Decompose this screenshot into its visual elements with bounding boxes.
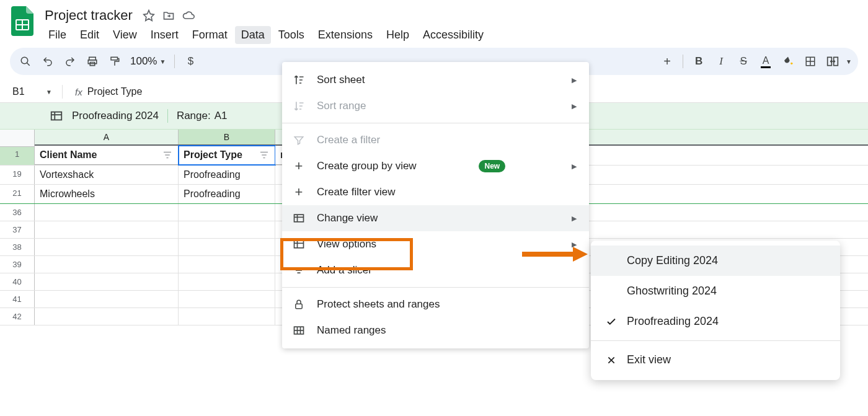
cell[interactable] <box>35 256 179 273</box>
submenu-item-proofreading[interactable]: Proofreading 2024 <box>591 306 840 325</box>
svg-rect-21 <box>294 241 304 248</box>
row-header[interactable]: 37 <box>0 221 35 238</box>
menu-data[interactable]: Data <box>235 26 271 44</box>
select-all-corner[interactable] <box>0 130 35 147</box>
cell[interactable] <box>179 256 275 273</box>
row-header[interactable]: 21 <box>0 185 35 203</box>
filter-icon <box>292 133 306 147</box>
menu-file[interactable]: File <box>42 26 73 44</box>
table-view-icon <box>50 109 63 123</box>
cell[interactable]: Microwheels <box>35 185 179 203</box>
paint-format-icon[interactable] <box>105 52 124 71</box>
fx-label: fx <box>70 87 82 97</box>
fill-color-icon[interactable] <box>779 52 797 71</box>
svg-point-3 <box>21 57 28 64</box>
range-label: Range: <box>177 110 211 122</box>
document-title[interactable]: Project tracker <box>42 6 135 25</box>
svg-rect-8 <box>111 57 118 60</box>
bold-icon[interactable]: B <box>689 52 708 71</box>
sort-asc-icon <box>292 73 306 87</box>
zoom-select[interactable]: 100%▼ <box>128 55 168 68</box>
slicer-icon <box>292 263 306 277</box>
new-badge: New <box>479 160 505 172</box>
plus-icon[interactable]: + <box>658 52 676 71</box>
merge-cells-icon[interactable] <box>823 52 842 71</box>
row-header[interactable]: 39 <box>0 256 35 273</box>
cell[interactable]: Vortexshack <box>35 166 179 184</box>
table-icon <box>292 211 306 225</box>
menu-format[interactable]: Format <box>186 26 234 44</box>
range-value[interactable]: A1 <box>215 110 228 122</box>
menu-view[interactable]: View <box>107 26 143 44</box>
menu-insert[interactable]: Insert <box>144 26 185 44</box>
cell[interactable] <box>179 204 275 221</box>
cell[interactable] <box>179 273 275 290</box>
menu-create-group-view[interactable]: + Create group by view New ▶ <box>282 153 589 179</box>
cell[interactable] <box>179 221 275 238</box>
column-header[interactable]: B <box>179 130 275 144</box>
menu-change-view[interactable]: Change view▶ <box>282 205 589 231</box>
cell[interactable] <box>35 239 179 255</box>
undo-icon[interactable] <box>38 52 57 71</box>
borders-icon[interactable] <box>801 52 820 71</box>
name-box[interactable]: B1▼ <box>10 85 55 99</box>
row-header[interactable]: 19 <box>0 166 35 184</box>
menu-tools[interactable]: Tools <box>272 26 311 44</box>
redo-icon[interactable] <box>61 52 79 71</box>
menu-edit[interactable]: Edit <box>74 26 105 44</box>
print-icon[interactable] <box>83 52 102 71</box>
cell[interactable]: Proofreading <box>179 166 275 184</box>
plus-icon: + <box>292 159 306 173</box>
grid-icon <box>292 324 306 325</box>
row-header[interactable]: 36 <box>0 204 35 221</box>
cell[interactable] <box>35 221 179 238</box>
cloud-status-icon[interactable] <box>182 9 195 22</box>
cell[interactable] <box>179 308 275 325</box>
menu-named-ranges[interactable]: Named ranges <box>282 317 589 325</box>
menu-extensions[interactable]: Extensions <box>312 26 379 44</box>
row-header[interactable]: 40 <box>0 273 35 290</box>
move-folder-icon[interactable] <box>162 9 175 22</box>
annotation-arrow <box>522 246 588 263</box>
row-header[interactable]: 1 <box>0 146 35 165</box>
row-header[interactable]: 38 <box>0 239 35 255</box>
svg-rect-27 <box>296 304 303 309</box>
cell[interactable] <box>35 291 179 308</box>
check-icon <box>604 316 618 326</box>
strikethrough-icon[interactable]: S <box>734 52 753 71</box>
svg-rect-18 <box>294 215 304 222</box>
svg-line-4 <box>27 63 30 66</box>
cell[interactable]: Proofreading <box>179 185 275 203</box>
currency-button[interactable]: $ <box>181 52 200 71</box>
cell[interactable] <box>35 204 179 221</box>
text-color-icon[interactable]: A <box>756 52 775 71</box>
view-name[interactable]: Proofreading 2024 <box>72 110 159 122</box>
menu-accessibility[interactable]: Accessibility <box>417 26 490 44</box>
change-view-submenu: Copy Editing 2024 Ghostwriting 2024 Proo… <box>591 241 840 325</box>
cell[interactable] <box>35 308 179 325</box>
cell[interactable] <box>179 291 275 308</box>
row-header[interactable]: 42 <box>0 308 35 325</box>
plus-icon: + <box>292 185 306 199</box>
column-header[interactable]: A <box>35 130 179 144</box>
formula-input[interactable]: Project Type <box>87 86 143 97</box>
cell[interactable] <box>35 273 179 290</box>
header-cell[interactable]: Project Type <box>179 146 275 165</box>
sort-range-icon <box>292 99 306 113</box>
header-cell[interactable]: Client Name <box>35 146 179 165</box>
star-icon[interactable] <box>143 9 155 22</box>
menu-help[interactable]: Help <box>380 26 415 44</box>
sheets-logo[interactable] <box>10 5 35 37</box>
submenu-item-ghostwriting[interactable]: Ghostwriting 2024 <box>591 276 840 306</box>
menu-create-filter-view[interactable]: + Create filter view <box>282 179 589 205</box>
search-icon[interactable] <box>16 52 35 71</box>
italic-icon[interactable]: I <box>712 52 730 71</box>
submenu-item-copy-editing[interactable]: Copy Editing 2024 <box>591 246 840 276</box>
more-toolbar-icon[interactable]: ▼ <box>846 58 852 65</box>
lock-icon <box>292 298 306 311</box>
row-header[interactable]: 41 <box>0 291 35 308</box>
cell[interactable] <box>179 239 275 255</box>
menu-sort-sheet[interactable]: Sort sheet▶ <box>282 67 589 93</box>
menu-create-filter: Create a filter <box>282 127 589 153</box>
menu-protect-sheets[interactable]: Protect sheets and ranges <box>282 291 589 317</box>
